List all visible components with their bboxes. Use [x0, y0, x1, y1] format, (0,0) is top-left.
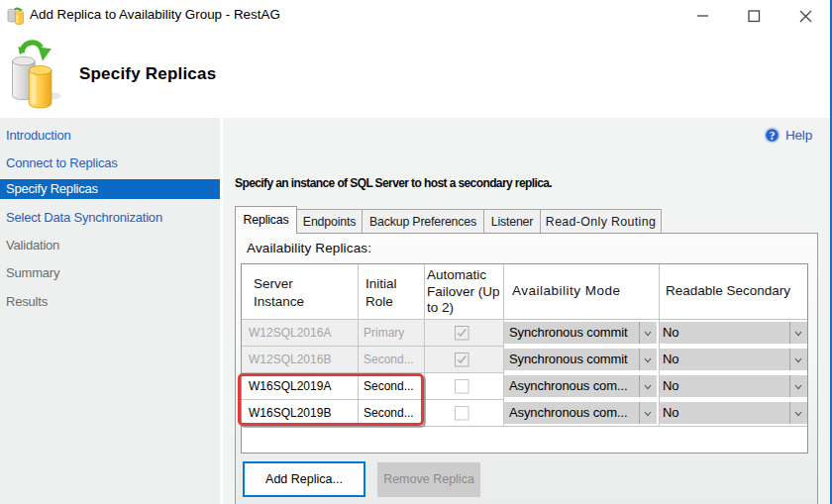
svg-text:?: ?	[770, 130, 776, 142]
